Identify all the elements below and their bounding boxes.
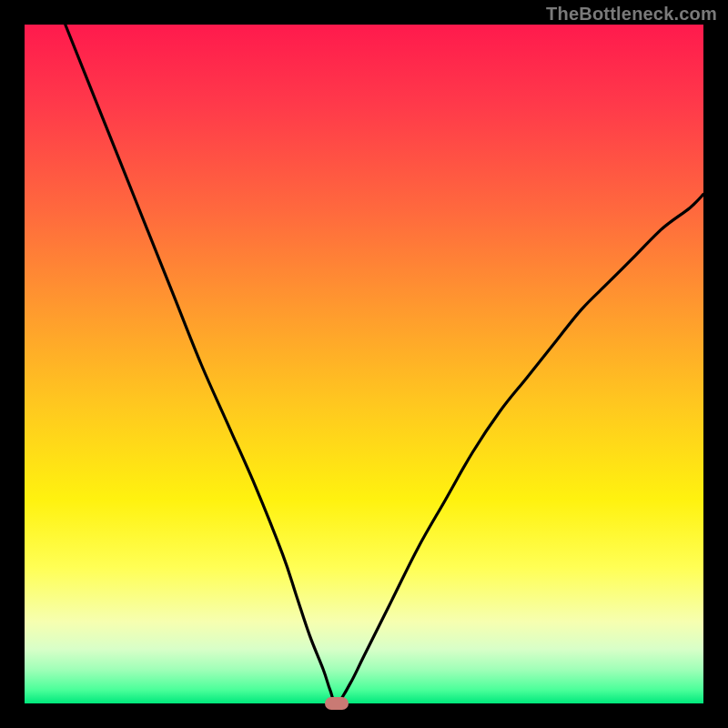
bottleneck-curve xyxy=(66,25,703,703)
chart-frame: TheBottleneck.com xyxy=(0,0,728,728)
curve-svg xyxy=(25,25,703,703)
plot-area xyxy=(25,25,703,703)
watermark-text: TheBottleneck.com xyxy=(546,4,717,25)
optimal-marker xyxy=(325,697,349,710)
